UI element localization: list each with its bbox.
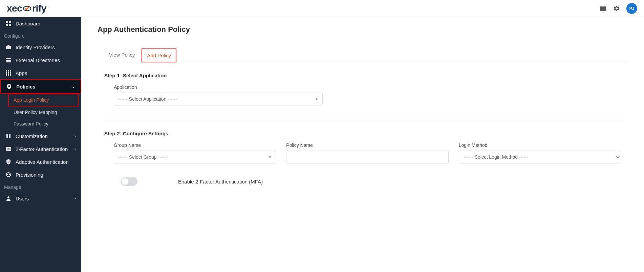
- svg-rect-4: [9, 24, 11, 26]
- sidebar-subitem-app-login-policy[interactable]: App Login Policy: [8, 94, 79, 106]
- sidebar-item-users[interactable]: Users ›: [0, 192, 81, 205]
- sidebar-item-dashboard[interactable]: Dashboard: [0, 17, 81, 30]
- svg-rect-20: [6, 134, 8, 136]
- svg-rect-11: [8, 70, 9, 72]
- grid-icon: [5, 70, 12, 76]
- svg-rect-22: [6, 136, 8, 138]
- svg-rect-6: [7, 45, 9, 46]
- svg-point-26: [7, 196, 9, 198]
- svg-rect-7: [6, 58, 11, 59]
- svg-rect-14: [8, 72, 9, 74]
- sidebar: Dashboard Configure Identity Providers E…: [0, 17, 81, 272]
- sidebar-item-external-directories[interactable]: External Directories: [0, 54, 81, 66]
- sidebar-subitem-password-policy[interactable]: Password Policy: [0, 118, 81, 130]
- step1-block: Step-1: Select Application Application -…: [98, 73, 628, 105]
- svg-rect-21: [9, 134, 10, 136]
- sidebar-item-provisioning[interactable]: Provisioning: [0, 168, 81, 181]
- sidebar-item-label: Identity Providers: [16, 44, 55, 50]
- svg-rect-23: [9, 136, 10, 138]
- svg-point-19: [8, 85, 10, 87]
- title-divider: [98, 38, 628, 38]
- topbar: xec rify PJ: [0, 0, 644, 17]
- logo-check-icon: [23, 4, 31, 13]
- sidebar-item-label: Provisioning: [16, 172, 43, 178]
- book-icon[interactable]: [599, 5, 607, 12]
- svg-rect-10: [6, 70, 7, 72]
- mfa-toggle[interactable]: [121, 177, 137, 186]
- user-icon: [5, 195, 12, 201]
- logo-text-post: rify: [32, 3, 46, 14]
- caret-down-icon: ▼: [315, 97, 318, 101]
- svg-rect-13: [6, 72, 7, 74]
- sidebar-section-configure: Configure: [0, 30, 81, 41]
- sidebar-item-label: External Directories: [16, 57, 60, 63]
- sidebar-item-label: Policies: [16, 84, 36, 90]
- svg-rect-8: [6, 60, 11, 61]
- avatar[interactable]: PJ: [626, 3, 637, 14]
- svg-rect-5: [6, 46, 11, 49]
- briefcase-icon: [5, 44, 12, 50]
- sidebar-item-2fa[interactable]: 123 2-Factor Authentication ›: [0, 142, 81, 155]
- login-method-select[interactable]: ------ Select Login Method ------: [459, 151, 621, 163]
- sidebar-item-label: Customization: [16, 133, 48, 139]
- shield-icon: [6, 83, 12, 90]
- caret-down-icon: ▼: [268, 155, 272, 159]
- pin-icon: 123: [5, 146, 12, 152]
- policy-name-label: Policy Name: [286, 142, 448, 148]
- chevron-down-icon: ⌄: [72, 84, 75, 89]
- svg-rect-16: [6, 74, 7, 76]
- sidebar-item-customization[interactable]: Customization ›: [0, 130, 81, 142]
- sync-icon: [5, 172, 12, 178]
- sidebar-section-manage: Manage: [0, 181, 81, 192]
- chevron-right-icon: ›: [74, 196, 76, 201]
- group-name-value: ------ Select Group ------: [118, 154, 167, 160]
- dashboard-icon: [5, 20, 12, 26]
- svg-rect-18: [10, 74, 11, 76]
- step2-block: Step-2: Configure Settings Group Name --…: [98, 131, 628, 186]
- sidebar-item-identity-providers[interactable]: Identity Providers: [0, 41, 81, 54]
- list-icon: [5, 57, 12, 63]
- puzzle-icon: [5, 133, 12, 139]
- login-method-label: Login Method: [459, 142, 621, 148]
- topbar-right: PJ: [599, 3, 637, 14]
- chevron-right-icon: ›: [74, 147, 76, 151]
- policy-name-input[interactable]: [286, 151, 448, 163]
- tabs: View Policy Add Policy: [104, 48, 628, 62]
- tab-view-policy[interactable]: View Policy: [104, 48, 139, 62]
- step1-title: Step-1: Select Application: [104, 73, 621, 78]
- step2-title: Step-2: Configure Settings: [104, 131, 621, 136]
- mfa-toggle-label: Enable 2-Factor Authentication (MFA): [178, 179, 263, 184]
- sidebar-item-label: Users: [16, 196, 29, 201]
- svg-rect-17: [8, 74, 9, 76]
- sidebar-item-label: Dashboard: [16, 21, 40, 26]
- sidebar-item-policies[interactable]: Policies ⌄: [0, 79, 81, 94]
- sidebar-item-label: Adaptive Authentication: [16, 159, 69, 165]
- sidebar-item-adaptive-auth[interactable]: Adaptive Authentication: [0, 155, 81, 168]
- sidebar-item-label: 2-Factor Authentication: [16, 146, 68, 152]
- group-name-select[interactable]: ------ Select Group ------ ▼: [114, 151, 276, 163]
- application-select-value: ------ Select Application ------: [118, 96, 177, 102]
- step-divider-2: [104, 120, 628, 120]
- gear-icon[interactable]: [613, 5, 620, 12]
- page-title: App Authentication Policy: [98, 25, 628, 34]
- application-select[interactable]: ------ Select Application ------ ▼: [114, 93, 323, 105]
- svg-rect-12: [10, 70, 11, 72]
- sidebar-subitem-user-policy-mapping[interactable]: User Policy Mapping: [0, 106, 81, 118]
- sidebar-item-label: Apps: [16, 70, 27, 76]
- logo: xec rify: [7, 3, 46, 14]
- svg-rect-15: [10, 72, 11, 74]
- svg-rect-1: [6, 21, 8, 23]
- group-name-label: Group Name: [114, 142, 276, 148]
- tab-add-policy[interactable]: Add Policy: [142, 48, 176, 62]
- logo-text-pre: xec: [7, 3, 22, 14]
- main-content: App Authentication Policy View Policy Ad…: [81, 17, 644, 272]
- svg-rect-3: [6, 24, 8, 26]
- chevron-right-icon: ›: [74, 134, 76, 138]
- svg-rect-2: [9, 21, 11, 23]
- shield-check-icon: [5, 159, 12, 165]
- sidebar-item-apps[interactable]: Apps: [0, 66, 81, 79]
- application-label: Application: [114, 84, 323, 90]
- step-divider-1: [104, 115, 628, 115]
- svg-text:123: 123: [6, 148, 10, 150]
- svg-rect-9: [6, 61, 11, 62]
